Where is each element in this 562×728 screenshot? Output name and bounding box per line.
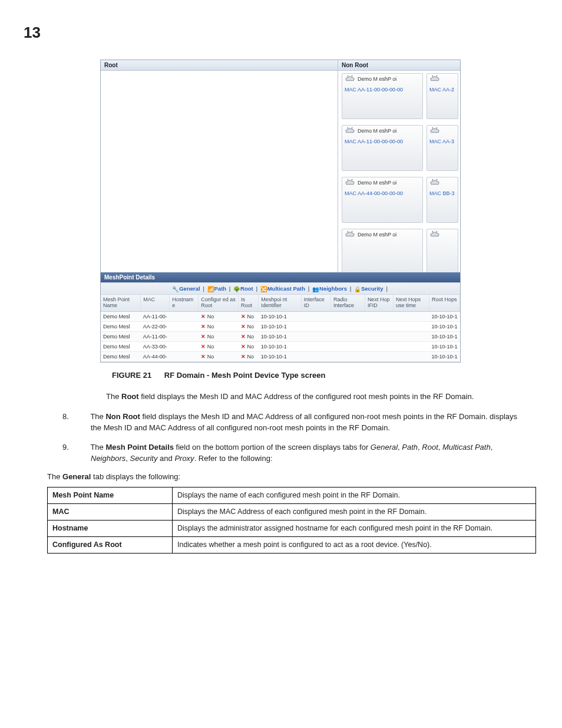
- device-mac: MAC AA-11-00-00-00-00: [345, 139, 420, 144]
- device-row: Demo M eshP oi MAC AA-11-00-00-00-00 MAC…: [342, 73, 459, 119]
- device-mac: MAC AA-11-00-00-00-00: [345, 87, 420, 93]
- tab-multicast[interactable]: Multicast Path: [267, 285, 305, 292]
- table-row[interactable]: Demo MeslAA-11-00-✕No✕No10-10-10-110-10-…: [101, 311, 460, 321]
- device-card[interactable]: Demo M eshP oi: [342, 229, 423, 272]
- device-card[interactable]: Demo M eshP oi MAC AA-44-00-00-00-00: [342, 177, 423, 223]
- details-tabs: 🔧General | 📶Path | 🌳Root | 🔀Multicast Pa…: [101, 282, 460, 295]
- col-mpid[interactable]: Meshpoi nt Identifier: [259, 295, 301, 311]
- multicast-icon: 🔀: [260, 286, 266, 292]
- col-mac[interactable]: MAC: [141, 295, 170, 311]
- col-isroot[interactable]: Is Root: [239, 295, 259, 311]
- tab-neighbors[interactable]: Neighbors: [319, 285, 347, 292]
- table-row: Mesh Point NameDisplays the name of each…: [48, 487, 536, 504]
- x-icon: ✕: [201, 344, 206, 350]
- table-row: MACDisplays the MAC Address of each conf…: [48, 504, 536, 521]
- access-point-icon: [345, 75, 355, 83]
- list-item-9: 9. The Mesh Point Details field on the b…: [77, 442, 527, 465]
- root-icon: 🌳: [233, 286, 239, 292]
- root-pane-title: Root: [101, 60, 338, 71]
- nonroot-body: Demo M eshP oi MAC AA-11-00-00-00-00 MAC…: [338, 71, 460, 272]
- access-point-icon: [429, 127, 440, 135]
- device-name: Demo M eshP oi: [358, 180, 396, 186]
- device-card[interactable]: Demo M eshP oi MAC AA-11-00-00-00-00: [342, 73, 423, 119]
- table-row: HostnameDisplays the administrator assig…: [48, 521, 536, 537]
- x-icon: ✕: [201, 354, 206, 360]
- access-point-icon: [345, 127, 355, 135]
- general-description-table: Mesh Point NameDisplays the name of each…: [47, 487, 536, 554]
- device-mac: MAC AA-44-00-00-00-00: [345, 190, 420, 196]
- tab-root[interactable]: Root: [240, 285, 253, 292]
- device-card[interactable]: [427, 229, 458, 272]
- tab-path[interactable]: Path: [214, 285, 227, 292]
- figure-caption: FIGURE 21 RF Domain - Mesh Point Device …: [112, 371, 527, 380]
- list-item-8: 8. The Non Root field displays the Mesh …: [77, 411, 527, 434]
- col-roothops[interactable]: Root Hops: [429, 295, 459, 311]
- tab-general[interactable]: General: [179, 285, 200, 292]
- x-icon: ✕: [241, 344, 246, 350]
- col-nexthop[interactable]: Next Hop IFID: [365, 295, 393, 311]
- general-intro: The General tab displays the following:: [47, 472, 527, 481]
- device-name: Demo M eshP oi: [358, 128, 396, 134]
- x-icon: ✕: [241, 324, 246, 330]
- device-card[interactable]: MAC BB-3: [427, 177, 458, 223]
- col-nexthopstime[interactable]: Next Hops use time: [394, 295, 429, 311]
- col-configured-root[interactable]: Configur ed as Root: [199, 295, 239, 311]
- table-row[interactable]: Demo MeslAA-33-00-✕No✕No10-10-10-110-10-…: [101, 341, 460, 351]
- details-header: MeshPoint Details: [101, 272, 460, 282]
- figure-label: FIGURE 21: [112, 371, 151, 380]
- device-card[interactable]: Demo M eshP oi MAC AA-11-00-00-00-00: [342, 125, 423, 171]
- device-mac: MAC BB-3: [429, 190, 455, 196]
- page-number: 13: [24, 24, 527, 42]
- device-name: Demo M eshP oi: [358, 232, 396, 238]
- device-row: Demo M eshP oi MAC AA-44-00-00-00-00 MAC…: [342, 177, 459, 223]
- security-icon: 🔒: [354, 286, 360, 292]
- general-icon: 🔧: [172, 286, 178, 292]
- x-icon: ✕: [241, 314, 246, 319]
- table-row[interactable]: Demo MeslAA-44-00-✕No✕No10-10-10-110-10-…: [101, 351, 460, 361]
- device-card[interactable]: MAC AA-2: [427, 73, 458, 119]
- device-card[interactable]: MAC AA-3: [427, 125, 458, 171]
- table-row[interactable]: Demo MeslAA-22-00-✕No✕No10-10-10-110-10-…: [101, 321, 460, 331]
- col-hostname[interactable]: Hostnam e: [170, 295, 199, 311]
- figure-title: RF Domain - Mesh Point Device Type scree…: [164, 371, 326, 380]
- x-icon: ✕: [241, 354, 246, 360]
- table-row[interactable]: Demo MeslAA-11-00-✕No✕No10-10-10-110-10-…: [101, 331, 460, 341]
- device-row: Demo M eshP oi: [342, 229, 459, 272]
- access-point-icon: [345, 230, 355, 239]
- nonroot-pane: Non Root Demo M eshP oi MAC AA-11-00-00-…: [338, 60, 460, 272]
- device-mac: MAC AA-2: [429, 87, 455, 93]
- device-mac: MAC AA-3: [429, 139, 455, 144]
- col-radio[interactable]: Radio Interface: [330, 295, 365, 311]
- col-meshpointname[interactable]: Mesh Point Name: [101, 295, 141, 311]
- access-point-icon: [429, 179, 440, 187]
- device-name: Demo M eshP oi: [358, 76, 396, 82]
- access-point-icon: [429, 75, 440, 83]
- device-row: Demo M eshP oi MAC AA-11-00-00-00-00 MAC…: [342, 125, 459, 171]
- root-pane: Root: [101, 60, 338, 272]
- col-interfaceid[interactable]: Interface ID: [301, 295, 330, 311]
- access-point-icon: [429, 230, 440, 239]
- x-icon: ✕: [201, 334, 206, 340]
- app-frame: Root Non Root Demo M eshP oi MA: [100, 60, 461, 363]
- x-icon: ✕: [201, 314, 206, 319]
- paragraph-root: The Root field displays the Mesh ID and …: [106, 391, 527, 402]
- neighbors-icon: 👥: [312, 286, 318, 292]
- figure-screenshot: Root Non Root Demo M eshP oi MA: [100, 60, 527, 380]
- x-icon: ✕: [241, 334, 246, 340]
- details-grid: Mesh Point Name MAC Hostnam e Configur e…: [101, 295, 460, 362]
- table-row: Configured As RootIndicates whether a me…: [48, 536, 536, 553]
- x-icon: ✕: [201, 324, 206, 330]
- nonroot-pane-title: Non Root: [338, 60, 460, 71]
- access-point-icon: [345, 179, 355, 187]
- path-icon: 📶: [207, 286, 213, 292]
- tab-security[interactable]: Security: [361, 285, 384, 292]
